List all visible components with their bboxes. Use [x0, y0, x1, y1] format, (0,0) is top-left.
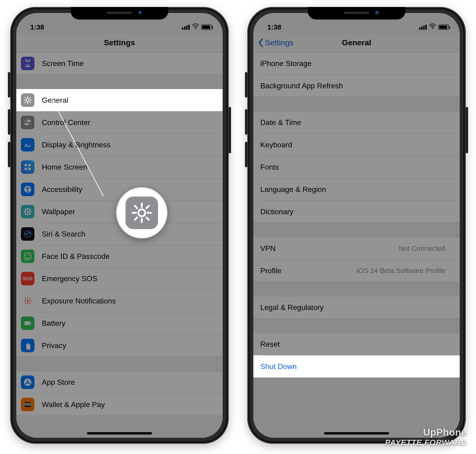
- row-screen-time[interactable]: Screen Time: [16, 52, 223, 75]
- chevron-right-icon: [212, 401, 216, 408]
- row-label: Wallet & Apple Pay: [42, 400, 212, 409]
- chevron-right-icon: [449, 208, 453, 215]
- row-label: Date & Time: [260, 118, 449, 127]
- row-keyboard[interactable]: Keyboard: [253, 134, 460, 156]
- row-exposure[interactable]: Exposure Notifications: [16, 290, 223, 312]
- row-fonts[interactable]: Fonts: [253, 156, 460, 178]
- status-time: 1:38: [30, 23, 44, 31]
- battery-icon: [438, 25, 449, 30]
- row-emergency-sos[interactable]: SOSEmergency SOS: [16, 267, 223, 290]
- chevron-right-icon: [449, 141, 453, 148]
- phone-right: 1:38 Settings General iPhone StorageBack…: [247, 7, 466, 444]
- row-wallet[interactable]: Wallet & Apple Pay: [16, 393, 223, 416]
- chevron-right-icon: [212, 379, 216, 386]
- chevron-right-icon: [212, 275, 216, 282]
- home-indicator: [324, 432, 389, 434]
- chevron-right-icon: [212, 186, 216, 193]
- row-dictionary[interactable]: Dictionary: [253, 201, 460, 223]
- chevron-right-icon: [212, 60, 216, 67]
- row-label: Screen Time: [42, 59, 212, 68]
- row-label: App Store: [42, 378, 212, 387]
- row-label: Reset: [260, 340, 449, 348]
- row-label: Keyboard: [260, 141, 449, 149]
- text-size-icon: [21, 138, 34, 151]
- settings-group: iPhone StorageBackground App Refresh: [253, 52, 460, 97]
- settings-group: VPNNot ConnectedProfileiOS 14 Beta Softw…: [253, 237, 460, 282]
- row-battery[interactable]: Battery: [16, 312, 223, 334]
- row-vpn[interactable]: VPNNot Connected: [253, 237, 460, 259]
- row-face-id[interactable]: Face ID & Passcode: [16, 245, 223, 267]
- chevron-right-icon: [212, 141, 216, 148]
- chevron-right-icon: [212, 164, 216, 171]
- toggles-icon: [21, 116, 34, 129]
- sos-icon: SOS: [21, 272, 34, 285]
- back-button[interactable]: Settings: [258, 33, 293, 52]
- row-detail: Not Connected: [399, 244, 445, 252]
- page-title: Settings: [104, 38, 135, 47]
- chevron-right-icon: [449, 304, 453, 311]
- row-label: Face ID & Passcode: [42, 252, 212, 261]
- settings-group: ResetShut Down: [253, 333, 460, 378]
- row-general[interactable]: General: [16, 89, 223, 111]
- row-siri-search[interactable]: Siri & Search: [16, 223, 223, 245]
- notch: [71, 7, 168, 20]
- row-legal[interactable]: Legal & Regulatory: [253, 296, 460, 318]
- battery-icon: [21, 317, 34, 330]
- siri-icon: [21, 227, 34, 241]
- row-accessibility[interactable]: Accessibility: [16, 178, 223, 201]
- row-label: Exposure Notifications: [42, 297, 212, 305]
- settings-list[interactable]: Screen TimeGeneralControl CenterDisplay …: [16, 52, 223, 438]
- notch: [308, 7, 405, 20]
- row-profile[interactable]: ProfileiOS 14 Beta Software Profile: [253, 259, 460, 282]
- row-label: Legal & Regulatory: [260, 303, 449, 312]
- row-display-brightness[interactable]: Display & Brightness: [16, 134, 223, 156]
- gear-icon: [125, 197, 158, 229]
- row-reset[interactable]: Reset: [253, 333, 460, 355]
- chevron-right-icon: [212, 97, 216, 104]
- row-privacy[interactable]: Privacy: [16, 334, 223, 357]
- chevron-right-icon: [212, 119, 216, 126]
- row-label: Battery: [42, 319, 212, 328]
- row-label: iPhone Storage: [260, 59, 449, 68]
- settings-group: Date & TimeKeyboardFontsLanguage & Regio…: [253, 111, 460, 223]
- chevron-right-icon: [212, 253, 216, 260]
- grid-icon: [21, 160, 34, 174]
- back-label: Settings: [265, 38, 293, 47]
- row-label: Fonts: [260, 163, 449, 172]
- row-label: Background App Refresh: [260, 82, 449, 90]
- row-label: Profile: [260, 266, 357, 275]
- row-label: Shut Down: [260, 362, 453, 371]
- status-time: 1:38: [267, 23, 281, 31]
- row-label: General: [42, 96, 212, 105]
- chevron-right-icon: [449, 82, 453, 89]
- row-iphone-storage[interactable]: iPhone Storage: [253, 52, 460, 75]
- row-lang-region[interactable]: Language & Region: [253, 178, 460, 201]
- row-label: Control Center: [42, 118, 212, 127]
- row-app-store[interactable]: App Store: [16, 371, 223, 393]
- chevron-right-icon: [212, 342, 216, 349]
- row-shutdown[interactable]: Shut Down: [253, 355, 460, 378]
- row-bg-refresh[interactable]: Background App Refresh: [253, 75, 460, 97]
- phone-left: 1:38 Settings Screen TimeGeneralControl …: [10, 7, 229, 444]
- row-home-screen[interactable]: Home Screen: [16, 156, 223, 178]
- navbar-settings: Settings: [16, 33, 223, 52]
- row-label: Home Screen: [42, 163, 212, 172]
- general-list[interactable]: iPhone StorageBackground App RefreshDate…: [253, 52, 460, 438]
- accessibility-icon: [21, 183, 34, 196]
- row-control-center[interactable]: Control Center: [16, 111, 223, 134]
- row-date-time[interactable]: Date & Time: [253, 111, 460, 134]
- gear-icon: [21, 93, 34, 107]
- flower-icon: [21, 205, 34, 218]
- page-title: General: [342, 38, 371, 47]
- cellular-icon: [182, 25, 190, 30]
- settings-group: Legal & Regulatory: [253, 296, 460, 319]
- row-label: Privacy: [42, 341, 212, 350]
- chevron-right-icon: [449, 164, 453, 171]
- chevron-right-icon: [449, 340, 453, 348]
- row-detail: iOS 14 Beta Software Profile: [357, 267, 445, 275]
- chevron-right-icon: [449, 245, 453, 252]
- chevron-right-icon: [449, 186, 453, 193]
- row-label: Emergency SOS: [42, 274, 212, 283]
- faceid-icon: [21, 250, 34, 263]
- wifi-icon: [192, 23, 199, 31]
